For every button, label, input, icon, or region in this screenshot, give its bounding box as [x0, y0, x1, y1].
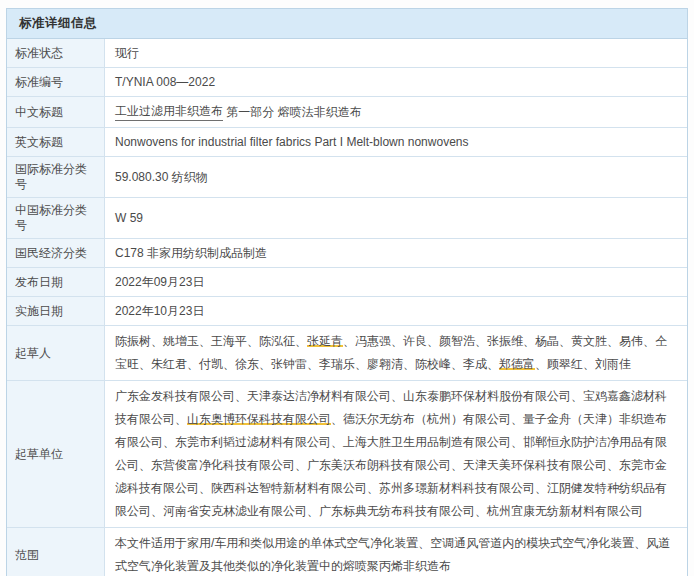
text-segment: Nonwovens for industrial filter fabrics … [115, 134, 468, 150]
row-drafters: 起草人 陈振树、姚增玉、王海平、陈泓征、张延青、冯惠强、许良、颜智浩、张振维、杨… [7, 326, 687, 381]
text-segment: 、德沃尔无纺布（杭州）有限公司、量子金舟（天津）非织造布有限公司、东莞市利韬过滤… [115, 412, 667, 518]
row-label-drafters: 起草人 [7, 326, 105, 380]
highlighted-text: 山东奥博环保科技有限公司 [187, 412, 331, 426]
row-label-scope: 范围 [7, 528, 105, 576]
row-label-drafting-units: 起草单位 [7, 381, 105, 527]
row-value-scope: 本文件适用于家用/车用和类似用途的单体式空气净化装置、空调通风管道内的模块式空气… [105, 528, 687, 576]
highlighted-text: 工业过滤用非织造布 [115, 103, 223, 121]
text-segment: 第一部分 熔喷法非织造布 [223, 104, 362, 120]
row-drafting-units: 起草单位 广东金发科技有限公司、天津泰达洁净材料有限公司、山东泰鹏环保材料股份有… [7, 381, 687, 528]
row-standard-status: 标准状态 现行 [7, 39, 687, 68]
row-value-drafting-units: 广东金发科技有限公司、天津泰达洁净材料有限公司、山东泰鹏环保材料股份有限公司、宝… [105, 381, 687, 527]
row-economy-class: 国民经济分类 C178 非家用纺织制成品制造 [7, 239, 687, 268]
text-segment: C178 非家用纺织制成品制造 [115, 245, 267, 261]
text-segment: W 59 [115, 210, 143, 226]
row-scope: 范围 本文件适用于家用/车用和类似用途的单体式空气净化装置、空调通风管道内的模块… [7, 528, 687, 576]
row-label-chinese-title: 中文标题 [7, 97, 105, 127]
row-standard-number: 标准编号 T/YNIA 008—2022 [7, 68, 687, 97]
table-title: 标准详细信息 [7, 9, 687, 39]
text-segment: 陈振树、姚增玉、王海平、陈泓征、 [115, 334, 307, 348]
row-value-standard-status: 现行 [105, 39, 687, 67]
row-label-implement-date: 实施日期 [7, 297, 105, 325]
text-segment: 59.080.30 纺织物 [115, 169, 208, 185]
row-ics-number: 国际标准分类号 59.080.30 纺织物 [7, 157, 687, 198]
row-publish-date: 发布日期 2022年09月23日 [7, 268, 687, 297]
row-label-standard-status: 标准状态 [7, 39, 105, 67]
standard-detail-table: 标准详细信息 标准状态 现行 标准编号 T/YNIA 008—2022 中文标题… [6, 8, 688, 576]
row-label-ics-number: 国际标准分类号 [7, 157, 105, 197]
row-label-publish-date: 发布日期 [7, 268, 105, 296]
text-segment: 2022年10月23日 [115, 303, 204, 319]
text-segment: 现行 [115, 45, 139, 61]
row-english-title: 英文标题 Nonwovens for industrial filter fab… [7, 128, 687, 157]
row-label-english-title: 英文标题 [7, 128, 105, 156]
row-value-implement-date: 2022年10月23日 [105, 297, 687, 325]
highlighted-text: 张延青 [307, 334, 343, 348]
row-value-publish-date: 2022年09月23日 [105, 268, 687, 296]
row-value-drafters: 陈振树、姚增玉、王海平、陈泓征、张延青、冯惠强、许良、颜智浩、张振维、杨晶、黄文… [105, 326, 687, 380]
text-segment: 本文件适用于家用/车用和类似用途的单体式空气净化装置、空调通风管道内的模块式空气… [115, 536, 670, 573]
row-implement-date: 实施日期 2022年10月23日 [7, 297, 687, 326]
text-segment: 2022年09月23日 [115, 274, 204, 290]
row-value-ccs-number: W 59 [105, 198, 687, 238]
row-label-economy-class: 国民经济分类 [7, 239, 105, 267]
row-value-standard-number: T/YNIA 008—2022 [105, 68, 687, 96]
row-chinese-title: 中文标题 工业过滤用非织造布 第一部分 熔喷法非织造布 [7, 97, 687, 128]
row-label-standard-number: 标准编号 [7, 68, 105, 96]
row-value-chinese-title: 工业过滤用非织造布 第一部分 熔喷法非织造布 [105, 97, 687, 127]
highlighted-text: 郑德富 [499, 357, 535, 371]
text-segment: 、顾翠红、刘雨佳 [535, 357, 631, 371]
row-value-ics-number: 59.080.30 纺织物 [105, 157, 687, 197]
row-value-economy-class: C178 非家用纺织制成品制造 [105, 239, 687, 267]
text-segment: T/YNIA 008—2022 [115, 74, 215, 90]
row-value-english-title: Nonwovens for industrial filter fabrics … [105, 128, 687, 156]
row-label-ccs-number: 中国标准分类号 [7, 198, 105, 238]
row-ccs-number: 中国标准分类号 W 59 [7, 198, 687, 239]
